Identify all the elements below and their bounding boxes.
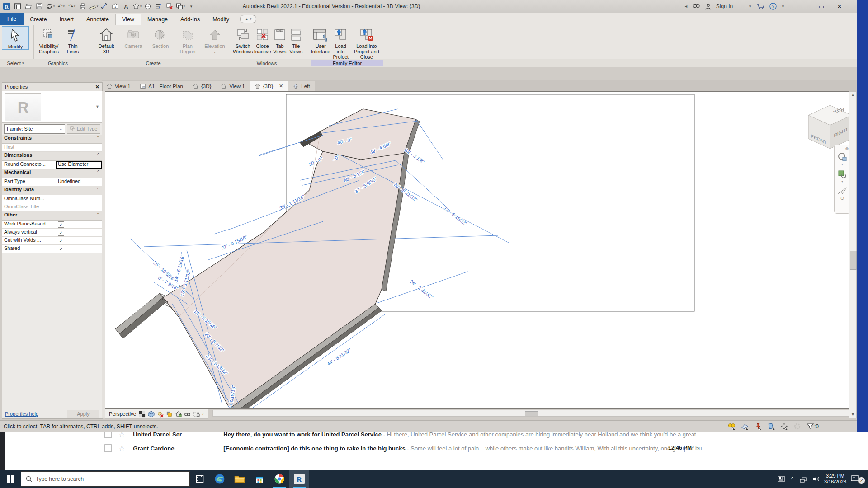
redo-icon[interactable]: ↷▾ xyxy=(67,1,77,11)
taskbar-search-input[interactable]: Type here to search xyxy=(21,471,190,487)
sync-icon[interactable]: ▾ xyxy=(45,1,55,11)
select-by-face-icon[interactable] xyxy=(767,422,775,430)
default-3d-icon[interactable]: ▾ xyxy=(132,1,142,11)
shadows-icon[interactable] xyxy=(166,411,173,418)
section-icon[interactable] xyxy=(143,1,153,11)
volume-icon[interactable] xyxy=(812,475,820,483)
dimension-line[interactable] xyxy=(259,142,300,156)
panel-label-select[interactable]: Select ▾ xyxy=(4,60,27,66)
properties-close-icon[interactable]: ✕ xyxy=(95,84,99,90)
switch-windows-button[interactable]: Switch Windows xyxy=(233,26,253,54)
collapse-chevron-icon[interactable]: ⌃ xyxy=(96,152,100,160)
sun-path-icon[interactable] xyxy=(157,411,164,418)
customize-qat-icon[interactable]: ▾ xyxy=(186,1,196,11)
dimension-line[interactable] xyxy=(214,228,233,234)
collapse-arrow-icon[interactable]: ‹ xyxy=(202,411,204,417)
load-into-project-button[interactable]: Load into Project xyxy=(331,26,350,60)
ribbon-tab-modify[interactable]: Modify xyxy=(206,14,236,25)
prop-value[interactable] xyxy=(56,203,102,211)
dimension-label[interactable]: 24' - 2 31/32" xyxy=(409,278,434,300)
network-icon[interactable] xyxy=(800,475,807,483)
tab-views-button[interactable]: Tab Views xyxy=(272,26,288,54)
default-3d-button[interactable]: Default 3D xyxy=(93,26,119,54)
properties-help-link[interactable]: Properties help xyxy=(5,411,38,417)
checkbox[interactable]: ✓ xyxy=(58,230,64,236)
family-category-combo[interactable]: Family: Site ⌄ xyxy=(4,124,65,134)
type-selector[interactable]: R ▼ xyxy=(2,91,102,123)
prop-value[interactable]: Use Diameter xyxy=(56,161,102,169)
collapse-chevron-icon[interactable]: ⌃ xyxy=(96,212,100,220)
view-tab-a1-floor-plan[interactable]: A1 - Floor Plan xyxy=(135,81,188,91)
prop-value[interactable] xyxy=(56,144,102,151)
view-scale-label[interactable]: Perspective xyxy=(109,411,136,417)
maximize-button[interactable]: ▭ xyxy=(815,1,828,11)
select-links-icon[interactable] xyxy=(728,422,736,430)
open-icon[interactable] xyxy=(24,1,33,11)
start-button[interactable] xyxy=(0,470,21,488)
collapse-chevron-icon[interactable]: ⌃ xyxy=(96,187,100,194)
drawing-area[interactable]: 40' - 0"49' - 4 5/8"31' - 3 1/8"30' - 6"… xyxy=(105,91,849,409)
ribbon-tab-insert[interactable]: Insert xyxy=(53,14,80,25)
print-icon[interactable] xyxy=(78,1,88,11)
ribbon-tab-view[interactable]: View xyxy=(115,14,141,25)
ribbon-tab-create[interactable]: Create xyxy=(24,14,53,25)
collapse-chevron-icon[interactable]: ⌃ xyxy=(96,135,100,143)
prop-value[interactable] xyxy=(56,195,102,203)
reveal-hidden-icon[interactable] xyxy=(184,411,191,418)
prop-section-mechanical[interactable]: Mechanical⌃ xyxy=(2,169,102,178)
steering-wheel-icon[interactable] xyxy=(837,152,847,162)
chevron-down-icon[interactable]: ▼ xyxy=(781,5,785,9)
collapse-arrow-icon[interactable]: ◄ xyxy=(684,4,688,9)
filter-icon[interactable]: :0 xyxy=(807,422,819,430)
view-tab-view-1[interactable]: View 1 xyxy=(216,81,250,91)
text-icon[interactable]: A xyxy=(121,1,131,11)
taskbar-app-chrome[interactable] xyxy=(269,470,289,488)
prop-section-constraints[interactable]: Constraints⌃ xyxy=(2,135,102,144)
apply-button[interactable]: Apply xyxy=(67,410,99,418)
chevron-down-icon[interactable]: ▼ xyxy=(841,180,844,183)
pan-icon[interactable] xyxy=(837,186,848,195)
chevron-down-icon[interactable]: ▼ xyxy=(841,163,844,166)
thin-lines-icon[interactable] xyxy=(154,1,164,11)
view-tab-left[interactable]: Left xyxy=(288,81,315,91)
prop-section-dimensions[interactable]: Dimensions⌃ xyxy=(2,152,102,161)
drag-on-selection-icon[interactable] xyxy=(780,422,788,430)
ribbon-tab-file[interactable]: File xyxy=(0,13,24,25)
close-button[interactable]: ✕ xyxy=(833,1,846,11)
ui-panel-icon[interactable] xyxy=(13,1,23,11)
ribbon-tab-annotate[interactable]: Annotate xyxy=(80,14,115,25)
thin-lines-button[interactable]: Thin Lines xyxy=(63,26,83,54)
email-checkbox[interactable] xyxy=(104,444,112,452)
select-underlay-icon[interactable] xyxy=(741,422,749,430)
taskbar-app-revit[interactable]: R xyxy=(289,470,309,488)
hidden-icons-icon[interactable]: ⌃ xyxy=(790,476,794,482)
visual-style-icon[interactable] xyxy=(148,411,155,418)
taskbar-clock[interactable]: 3:29 PM 3/16/2023 xyxy=(824,473,846,485)
navbar-close-icon[interactable]: ⊗ xyxy=(845,146,849,151)
view-tab--3d-[interactable]: {3D}✕ xyxy=(250,81,288,91)
switch-windows-icon[interactable]: ▾ xyxy=(175,1,185,11)
checkbox[interactable]: ✓ xyxy=(58,221,64,228)
horizontal-scrollbar[interactable] xyxy=(212,410,849,417)
crop-view-icon[interactable] xyxy=(175,411,182,418)
taskbar-app-file-explorer[interactable] xyxy=(230,470,250,488)
taskbar-app-task-view[interactable] xyxy=(190,470,210,488)
edit-type-button[interactable]: Edit Type xyxy=(67,124,100,134)
user-avatar-icon[interactable] xyxy=(705,3,712,10)
help-icon[interactable]: ? xyxy=(769,3,777,10)
prop-section-other[interactable]: Other⌃ xyxy=(2,211,102,221)
dimension-label[interactable]: 44' - 5 11/32" xyxy=(326,347,352,366)
save-icon[interactable] xyxy=(34,1,44,11)
detail-level-icon[interactable] xyxy=(139,411,146,418)
taskbar-app-edge[interactable] xyxy=(210,470,230,488)
scrollbar-thumb[interactable] xyxy=(525,411,538,416)
star-icon[interactable]: ☆ xyxy=(118,444,125,453)
tag-icon[interactable]: 1 xyxy=(110,1,120,11)
user-interface-button[interactable]: User Interface xyxy=(311,26,330,54)
close-view-icon[interactable]: ✕ xyxy=(279,83,283,89)
select-pinned-icon[interactable] xyxy=(754,422,762,430)
navbar-minimize-icon[interactable]: ⊖ xyxy=(840,196,844,201)
email-row-2[interactable]: ☆ Grant Cardone [Economic contraction] d… xyxy=(104,441,714,455)
navigation-bar[interactable]: ⊗ ▼ ▼ ⊖ xyxy=(834,145,850,214)
sign-in-label[interactable]: Sign In xyxy=(716,3,733,9)
